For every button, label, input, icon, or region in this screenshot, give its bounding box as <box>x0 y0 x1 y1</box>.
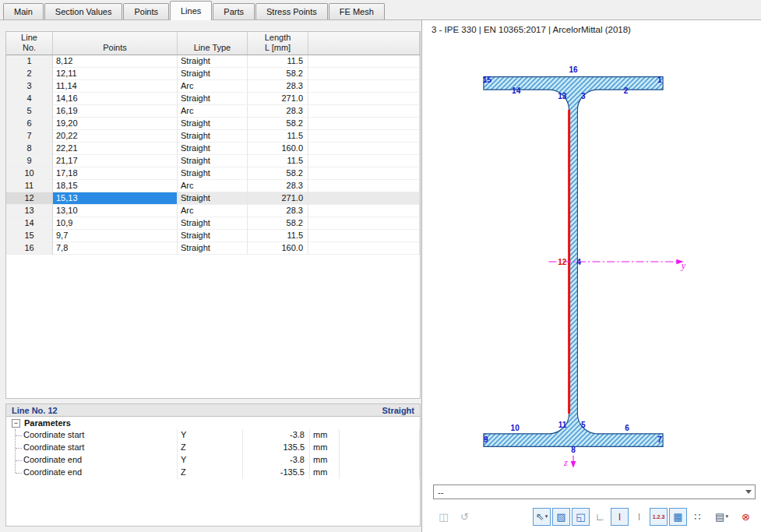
table-row[interactable]: 921,17Straight11.5 <box>6 155 420 167</box>
parameter-value-cell: -3.8 <box>243 429 310 442</box>
points-cell: 16,19 <box>53 105 178 118</box>
fit-view-icon[interactable]: ◱ <box>572 508 590 526</box>
row-number-cell: 6 <box>6 118 53 130</box>
line-label-12[interactable]: 12 <box>558 258 567 266</box>
tab-parts[interactable]: Parts <box>213 3 255 19</box>
column-header-empty <box>308 32 420 55</box>
line-label-3[interactable]: 3 <box>581 92 586 100</box>
fe-mesh-display-icon[interactable]: ∷ <box>689 508 706 526</box>
print-icon[interactable]: ▤▾ <box>713 508 731 526</box>
line-label-7[interactable]: 7 <box>657 435 662 444</box>
table-row[interactable]: 311,14Arc28.3 <box>6 80 420 93</box>
line-label-5[interactable]: 5 <box>581 421 586 429</box>
stress-points-display-icon[interactable]: I <box>611 508 629 526</box>
table-row[interactable]: 516,19Arc28.3 <box>6 105 420 118</box>
row-number-cell: 16 <box>6 242 53 255</box>
line-type-cell: Arc <box>178 105 248 118</box>
reset-view-icon[interactable]: ↺ <box>456 508 474 526</box>
parameter-empty-cell <box>340 429 420 442</box>
parameter-row[interactable]: Coordinate endZ-135.5mm <box>6 467 420 479</box>
line-label-8[interactable]: 8 <box>571 446 576 454</box>
close-sectional-view-icon[interactable]: ⊗ <box>737 508 755 526</box>
tab-stress-points[interactable]: Stress Points <box>255 3 328 19</box>
line-label-6[interactable]: 6 <box>625 424 629 432</box>
line-label-9[interactable]: 9 <box>484 435 488 444</box>
table-row[interactable]: 1410,9Straight58.2 <box>6 217 420 230</box>
line-label-13[interactable]: 13 <box>558 92 567 100</box>
empty-cell <box>308 230 420 242</box>
table-row[interactable]: 212,11Straight58.2 <box>6 68 420 80</box>
tab-fe-mesh[interactable]: FE Mesh <box>329 3 385 19</box>
line-type-cell: Arc <box>178 180 248 192</box>
line-label-14[interactable]: 14 <box>512 86 521 95</box>
tab-points[interactable]: Points <box>123 3 169 19</box>
table-row[interactable]: 1017,18Straight58.2 <box>6 167 420 180</box>
row-number-cell: 5 <box>6 105 53 118</box>
length-cell: 160.0 <box>248 143 308 155</box>
line-label-11[interactable]: 11 <box>558 421 567 429</box>
axes-display-icon[interactable]: ∟ <box>591 508 609 526</box>
table-row[interactable]: 1118,15Arc28.3 <box>6 180 420 192</box>
z-axis-arrow-icon <box>571 461 576 468</box>
glyph: 1.2.3 <box>653 514 665 520</box>
table-row[interactable]: 720,22Straight11.5 <box>6 130 420 143</box>
parameter-value-cell: 135.5 <box>243 442 310 454</box>
row-number-cell: 12 <box>6 192 53 205</box>
parameter-row[interactable]: Coordinate startZ135.5mm <box>6 442 420 454</box>
z-axis-label: z <box>563 457 568 468</box>
line-label-4[interactable]: 4 <box>576 258 581 266</box>
line-type-cell: Straight <box>178 130 248 143</box>
tab-section-values[interactable]: Section Values <box>44 3 123 19</box>
section-outline[interactable] <box>484 77 663 447</box>
table-row[interactable]: 1313,10Arc28.3 <box>6 205 420 217</box>
line-type-cell: Straight <box>178 155 248 167</box>
glyph: ⇖ <box>536 511 544 523</box>
numbering-display-icon[interactable]: 1.2.3 <box>650 508 668 526</box>
grid-display-icon[interactable]: ▦ <box>669 508 687 526</box>
parameters-group-row[interactable]: − Parameters <box>6 417 420 429</box>
points-cell: 10,9 <box>53 217 178 230</box>
line-type-cell: Straight <box>178 55 248 68</box>
empty-cell <box>308 192 420 205</box>
table-row[interactable]: 159,7Straight11.5 <box>6 230 420 242</box>
table-row[interactable]: 1215,13Straight271.0 <box>6 192 420 205</box>
tab-lines[interactable]: Lines <box>170 1 212 20</box>
hatch-display-icon[interactable]: ▨ <box>552 508 570 526</box>
glyph: ∟ <box>595 511 605 523</box>
line-label-15[interactable]: 15 <box>483 76 492 84</box>
parameter-empty-cell <box>340 467 420 479</box>
parameter-unit-cell: mm <box>310 429 340 442</box>
combo-chevron-icon[interactable] <box>742 485 755 499</box>
line-type-cell: Arc <box>178 80 248 93</box>
parameter-row[interactable]: Coordinate endY-3.8mm <box>6 454 420 467</box>
parts-display-icon[interactable]: I <box>630 508 648 526</box>
details-header: Line No. 12 Straight <box>6 404 420 417</box>
section-drawing[interactable]: y z 15141613321124910115678 <box>428 37 719 486</box>
tab-main[interactable]: Main <box>3 3 44 19</box>
y-axis-label: y <box>680 260 686 271</box>
parameter-empty-cell <box>340 442 420 454</box>
line-label-2[interactable]: 2 <box>624 86 629 95</box>
length-cell: 58.2 <box>248 167 308 180</box>
table-row[interactable]: 414,16Straight271.0 <box>6 93 420 105</box>
line-type-cell: Straight <box>178 230 248 242</box>
table-row[interactable]: 18,12Straight11.5 <box>6 55 420 68</box>
table-row[interactable]: 822,21Straight160.0 <box>6 143 420 155</box>
table-row[interactable]: 167,8Straight160.0 <box>6 242 420 255</box>
chevron-down-icon: ▾ <box>545 513 548 520</box>
line-type-cell: Straight <box>178 167 248 180</box>
view-config-combobox[interactable]: -- <box>433 484 756 499</box>
empty-cell <box>308 180 420 192</box>
parameter-row[interactable]: Coordinate startY-3.8mm <box>6 429 420 442</box>
collapse-icon[interactable]: − <box>12 419 20 428</box>
table-header: Line No. Points Line Type Length L [mm] <box>6 32 420 55</box>
length-cell: 160.0 <box>248 242 308 255</box>
line-label-10[interactable]: 10 <box>511 424 520 432</box>
copy-view-icon[interactable]: ◫ <box>435 508 453 526</box>
pointer-mode-icon[interactable]: ⇖▾ <box>533 508 551 526</box>
line-label-16[interactable]: 16 <box>569 65 578 74</box>
glyph: ◱ <box>576 511 585 523</box>
glyph: ∷ <box>694 511 700 523</box>
table-row[interactable]: 619,20Straight58.2 <box>6 118 420 130</box>
line-label-1[interactable]: 1 <box>657 76 662 84</box>
